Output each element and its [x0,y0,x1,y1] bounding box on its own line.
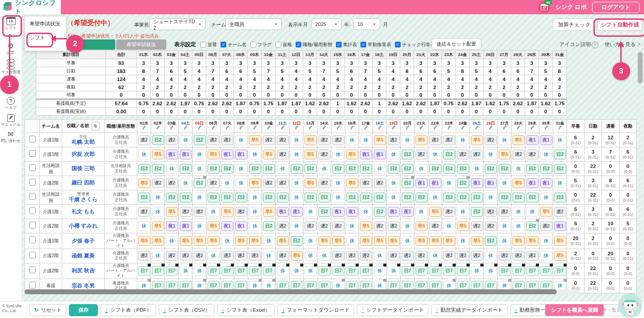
shift-chip-早5[interactable]: 早5 [374,135,386,145]
shift-chip-休[interactable]: 休 [513,164,525,174]
robot-mascot[interactable] [618,293,642,318]
shift-chip-日7[interactable]: 日7 [513,266,525,276]
office-select[interactable]: ショートステイTD 2▼ [149,18,206,30]
shift-chip-休[interactable]: 休 [249,150,261,159]
row-checkbox[interactable] [29,236,36,243]
shift-chip-日2[interactable]: 日2 [166,193,178,202]
menu-item-request-status[interactable]: 希望申請状況 [30,21,61,27]
shift-chip-休[interactable]: 休 [291,150,303,159]
staff-name-link[interactable]: 函館 夏美 [62,253,104,259]
continuous-set-button[interactable]: 連続＆セット配置 [432,39,481,50]
shift-chip-日7[interactable]: 日7 [332,266,344,276]
shift-chip-休[interactable]: 休 [374,251,386,261]
year-select[interactable]: 2025▼ [311,18,342,30]
shift-chip-日2[interactable]: 日2 [221,164,233,174]
shift-chip-早5[interactable]: 早5 [429,236,441,246]
shift-chip-夜1[interactable]: 夜1 [526,135,538,145]
shift-chip-早5[interactable]: 早5 [138,178,150,188]
shift-chip-休[interactable]: 休 [540,193,552,202]
shift-chip-早5[interactable]: 早5 [513,178,525,188]
shift-chip-早5[interactable]: 早5 [526,236,538,246]
shift-chip-遅2[interactable]: 遅2 [305,221,317,231]
shift-chip-休[interactable]: 休 [499,221,511,231]
shift-chip-遅2[interactable]: 遅2 [471,221,483,231]
checkbox-option-資格[interactable]: 資格 [275,42,292,48]
shift-chip-日7[interactable]: 日7 [443,266,455,276]
kasan-check-button[interactable]: 加算チェック [553,18,596,31]
shift-chip-日7[interactable]: 日7 [166,266,178,276]
shift-chip-休[interactable]: 休 [138,221,150,231]
shift-chip-休[interactable]: 休 [457,135,469,145]
staff-name-link[interactable]: 利尻 秋吉 [62,267,104,274]
menu-item-shift[interactable]: シフト [30,34,61,41]
shift-chip-休[interactable]: 休 [443,221,455,231]
vertical-scrollbar-thumb[interactable] [638,52,643,83]
sidebar-item-設定[interactable]: ⚙設定 [0,43,21,55]
footer-button-シフト表（Excel）[interactable]: ↓シフト表（Excel） [217,304,275,316]
shift-chip-日7[interactable]: 日7 [263,266,275,276]
shift-chip-早5[interactable]: 早5 [554,251,566,261]
shift-chip-日2[interactable]: 日2 [152,135,164,145]
shift-chip-日2[interactable]: 日2 [291,164,303,174]
shift-chip-日2[interactable]: 日2 [540,164,552,174]
shift-chip-休[interactable]: 休 [152,193,164,202]
row-checkbox[interactable] [29,164,36,171]
shift-chip-夜1[interactable]: 夜1 [540,178,552,188]
shift-chip-休[interactable]: 休 [485,193,497,202]
shift-chip-夜1[interactable]: 夜1 [166,221,178,231]
shift-chip-夜1[interactable]: 夜1 [554,221,566,231]
shift-chip-日7[interactable]: 日7 [554,266,566,276]
shift-chip-遅2[interactable]: 遅2 [374,178,386,188]
shift-chip-日2[interactable]: 日2 [263,193,275,202]
row-checkbox[interactable] [29,193,36,200]
edit-day-pencil-icon[interactable] [183,125,188,130]
shift-chip-日2[interactable]: 日2 [526,221,538,231]
shift-chip-休[interactable]: 休 [194,266,206,276]
shift-chip-日2[interactable]: 日2 [360,164,372,174]
shift-chip-遅2[interactable]: 遅2 [360,178,372,188]
staff-name-link[interactable]: 礼文 もも [62,208,104,215]
shift-chip-遅2[interactable]: 遅2 [138,135,150,145]
shift-chip-夜1[interactable]: 夜1 [277,207,289,217]
shift-chip-休[interactable]: 休 [415,207,428,217]
shift-chip-遅2[interactable]: 遅2 [263,135,275,145]
shift-chip-遅2[interactable]: 遅2 [485,135,497,145]
shift-chip-夜1[interactable]: 夜1 [235,150,247,159]
checkbox-option-フラグ[interactable]: フラグ [250,42,272,48]
checkbox-checked[interactable]: ✓ [395,42,401,47]
shift-chip-日2[interactable]: 日2 [318,193,330,202]
row-checkbox[interactable] [29,150,36,157]
shift-chip-休[interactable]: 休 [249,193,261,202]
shift-chip-遅2[interactable]: 遅2 [415,150,428,159]
shift-chip-遅2[interactable]: 遅2 [221,251,233,261]
shift-chip-日2[interactable]: 日2 [346,164,358,174]
shift-chip-日7[interactable]: 日7 [402,266,414,276]
shift-chip-日2[interactable]: 日2 [457,178,469,188]
edit-day-pencil-icon[interactable] [475,125,479,130]
shift-chip-日2[interactable]: 日2 [429,164,441,174]
shift-chip-日2[interactable]: 日2 [194,178,206,188]
edit-day-pencil-icon[interactable] [267,125,271,130]
edit-day-pencil-icon[interactable] [211,125,216,130]
shift-chip-遅2[interactable]: 遅2 [138,207,150,217]
shift-chip-休[interactable]: 休 [526,207,538,217]
sidebar-item-マスタ管理[interactable]: マスタ管理 [0,59,21,74]
shift-chip-日7[interactable]: 日7 [318,266,330,276]
shift-chip-早5[interactable]: 早5 [249,135,261,145]
checkbox-option-集計表[interactable]: ✓集計表 [336,42,357,48]
shift-chip-遅2[interactable]: 遅2 [471,150,483,159]
shift-chip-休[interactable]: 休 [457,207,469,217]
shift-chip-夜1[interactable]: 夜1 [221,221,233,231]
shift-chip-早5[interactable]: 早5 [540,207,552,217]
shift-chip-日2[interactable]: 日2 [388,164,400,174]
shift-chip-遅2[interactable]: 遅2 [221,135,233,145]
shift-chip-休[interactable]: 休 [429,150,441,159]
footer-button-シフトデータインポート[interactable]: ↑シフトデータインポート [357,304,428,316]
shift-chip-日7[interactable]: 日7 [429,266,441,276]
shift-chip-遅2[interactable]: 遅2 [388,251,400,261]
shift-chip-日2[interactable]: 日2 [402,193,414,202]
shift-chip-夜1[interactable]: 夜1 [360,150,372,159]
checkbox-checked[interactable]: ✓ [360,42,366,47]
shift-chip-日2[interactable]: 日2 [443,193,455,202]
shift-chip-休[interactable]: 休 [485,266,497,276]
